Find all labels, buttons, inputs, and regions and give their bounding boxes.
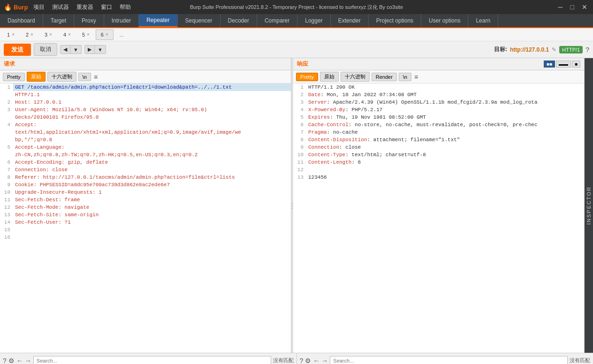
subtab-more[interactable]: ... <box>114 30 129 40</box>
resp-settings-icon[interactable]: ⚙ <box>305 357 311 364</box>
subtab-6[interactable]: 6 × <box>96 30 114 40</box>
tab-comparer[interactable]: Comparer <box>257 14 297 27</box>
response-search-bar: ? ⚙ ← → 没有匹配 <box>297 353 593 364</box>
line-number: 4 <box>0 121 13 129</box>
line-number: 4 <box>293 106 306 114</box>
subtab-5[interactable]: 5 × <box>77 30 95 40</box>
send-button[interactable]: 发送 <box>4 44 31 56</box>
line-number: 7 <box>0 166 13 174</box>
inspector-sidebar[interactable]: INSPECTOR <box>585 58 593 353</box>
table-row: 4Accept: <box>0 121 291 129</box>
resp-fmt-render[interactable]: Render <box>372 73 397 81</box>
toolbar: 发送 取消 ◀ ▼ ▶ ▼ 目标: http://127.0.0.1 ✎ HTT… <box>0 41 593 58</box>
view-full[interactable]: ■ <box>572 61 580 68</box>
line-number <box>0 91 13 99</box>
menu-window[interactable]: 窗口 <box>101 3 112 11</box>
line-number: 5 <box>0 144 13 151</box>
subtab-3-close[interactable]: × <box>49 32 52 37</box>
subtab-2[interactable]: 2 × <box>21 30 38 40</box>
line-content: 123456 <box>306 174 584 181</box>
tab-target[interactable]: Target <box>43 14 74 27</box>
menu-project[interactable]: 项目 <box>33 3 45 11</box>
response-header-container: 响应 ■■ ▬▬ ■ <box>293 58 584 70</box>
minimize-button[interactable]: ─ <box>556 3 565 11</box>
table-row: 12Sec-Fetch-Mode: navigate <box>0 204 291 211</box>
close-button[interactable]: ✕ <box>580 3 589 11</box>
table-row: 4X-Powered-By: PHP/5.2.17 <box>293 106 584 114</box>
subtab-6-close[interactable]: × <box>106 32 108 37</box>
tab-sequencer[interactable]: Sequencer <box>178 14 220 27</box>
prev-button[interactable]: ◀ <box>60 45 70 54</box>
subtab-1[interactable]: 1 × <box>2 30 20 40</box>
table-row: 3User-Agent: Mozilla/5.0 (Windows NT 10.… <box>0 106 291 114</box>
next-button[interactable]: ▶ <box>84 45 95 54</box>
target-label: 目标: <box>494 46 507 53</box>
subtab-4[interactable]: 4 × <box>58 30 76 40</box>
resp-help-icon[interactable]: ? <box>300 357 304 364</box>
response-title: 响应 <box>297 60 308 68</box>
req-help-icon[interactable]: ? <box>3 357 7 364</box>
line-number: 13 <box>0 211 13 219</box>
req-settings-icon[interactable]: ⚙ <box>8 357 15 364</box>
resp-fmt-hex[interactable]: 十六进制 <box>341 72 370 82</box>
next-drop-button[interactable]: ▼ <box>95 45 106 54</box>
table-row: 11Sec-Fetch-Dest: frame <box>0 196 291 204</box>
subtab-4-close[interactable]: × <box>68 32 71 37</box>
subtab-2-close[interactable]: × <box>30 32 33 37</box>
resp-fmt-ln[interactable]: \n <box>399 73 411 81</box>
subtab-1-close[interactable]: × <box>12 32 15 37</box>
tab-learn[interactable]: Learn <box>468 14 498 27</box>
request-search-bar: ? ⚙ ← → 没有匹配 <box>0 353 297 364</box>
subtab-5-close[interactable]: × <box>87 32 90 37</box>
req-fmt-raw[interactable]: 原始 <box>27 72 46 82</box>
tab-dashboard[interactable]: Dashboard <box>0 14 43 27</box>
edit-target-icon[interactable]: ✎ <box>552 46 556 53</box>
req-fmt-hex[interactable]: 十六进制 <box>47 72 76 82</box>
request-code-area[interactable]: 1GET /taocms/admin/admin.php?action=file… <box>0 83 291 353</box>
resp-more-icon[interactable]: ≡ <box>414 73 418 81</box>
req-more-icon[interactable]: ≡ <box>94 73 98 81</box>
resp-fmt-pretty[interactable]: Pretty <box>296 73 318 81</box>
line-content: Content-Length: 6 <box>306 159 584 166</box>
tab-proxy[interactable]: Proxy <box>74 14 104 27</box>
menu-tester[interactable]: 测试器 <box>52 3 69 11</box>
subtab-3[interactable]: 3 × <box>39 30 57 40</box>
line-content: Connection: close <box>13 166 291 174</box>
resp-prev-match[interactable]: ← <box>313 357 319 364</box>
table-row: 10Content-Type: text/html; charset=utf-8 <box>293 151 584 159</box>
resp-fmt-raw[interactable]: 原始 <box>320 72 339 82</box>
view-split-h[interactable]: ■■ <box>544 61 555 68</box>
tab-decoder[interactable]: Decoder <box>220 14 257 27</box>
prev-drop-button[interactable]: ▼ <box>70 45 82 54</box>
table-row: 2Host: 127.0.0.1 <box>0 99 291 106</box>
response-search-input[interactable] <box>330 356 568 364</box>
line-content: Connection: close <box>306 144 584 151</box>
req-prev-match[interactable]: ← <box>16 357 23 364</box>
view-split-v[interactable]: ▬▬ <box>556 61 571 68</box>
tab-user-options[interactable]: User options <box>421 14 468 27</box>
req-fmt-ln[interactable]: \n <box>78 73 91 81</box>
menu-help[interactable]: 帮助 <box>120 3 131 11</box>
next-nav-group: ▶ ▼ <box>84 45 106 54</box>
req-fmt-pretty[interactable]: Pretty <box>3 73 25 81</box>
menu-repeater[interactable]: 重发器 <box>76 3 93 11</box>
resp-next-match[interactable]: → <box>321 357 328 364</box>
tab-intruder[interactable]: Intruder <box>104 14 139 27</box>
request-search-input[interactable] <box>33 356 271 364</box>
cancel-button[interactable]: 取消 <box>34 43 57 56</box>
table-row: 12 <box>293 166 584 174</box>
line-number: 10 <box>0 189 13 196</box>
response-code-area[interactable]: 1HTTP/1.1 200 OK2Date: Mon, 10 Jan 2022 … <box>293 83 584 353</box>
line-content <box>13 234 291 241</box>
req-next-match[interactable]: → <box>25 357 31 364</box>
sub-tabs: 1 × 2 × 3 × 4 × 5 × 6 × ... <box>0 28 593 41</box>
protocol-badge: HTTP/1 <box>559 46 583 53</box>
line-content <box>306 166 584 174</box>
tab-project-options[interactable]: Project options <box>369 14 421 27</box>
maximize-button[interactable]: □ <box>569 3 576 11</box>
tab-extender[interactable]: Extender <box>331 14 369 27</box>
tab-repeater[interactable]: Repeater <box>139 14 177 27</box>
help-icon[interactable]: ? <box>585 46 589 53</box>
tab-logger[interactable]: Logger <box>297 14 330 27</box>
target-url: http://127.0.0.1 <box>510 46 549 53</box>
